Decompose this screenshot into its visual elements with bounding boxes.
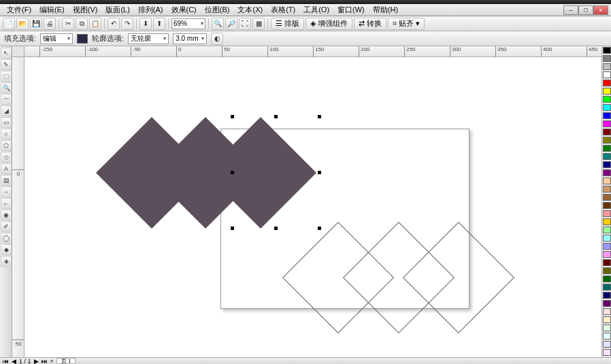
fill-color-swatch[interactable] [77,34,88,44]
interactive-fill-tool-icon[interactable]: ◈ [1,256,12,267]
page-add-icon[interactable]: + [50,358,54,365]
palette-swatch[interactable] [603,210,611,217]
palette-swatch[interactable] [603,227,611,233]
menu-file[interactable]: 文件(F) [3,3,35,16]
menu-view[interactable]: 视图(V) [69,3,102,16]
selection-handle-tc[interactable] [274,115,278,118]
canvas[interactable] [24,57,601,357]
page-nav-last-icon[interactable]: ⏭ [42,358,48,365]
palette-swatch[interactable] [603,71,611,78]
page-nav-first-icon[interactable]: ⏮ [3,358,9,365]
palette-swatch[interactable] [603,88,611,95]
palette-swatch[interactable] [603,259,611,266]
selection-handle-tl[interactable] [231,115,234,118]
palette-swatch[interactable] [603,80,611,86]
selection-handle-mr[interactable] [318,171,321,174]
palette-swatch[interactable] [603,284,611,291]
paibian-button[interactable]: ☰排版 [271,18,304,30]
palette-swatch[interactable] [603,308,611,315]
export-icon[interactable]: ⬆ [153,18,165,30]
vertical-ruler[interactable]: 0 50 [12,57,24,357]
outline-width-select[interactable]: 3.0 mm [173,33,207,44]
fullscreen-icon[interactable]: ⛶ [239,18,251,30]
palette-swatch[interactable] [603,325,611,331]
menu-help[interactable]: 帮助(H) [369,3,402,16]
menu-effects[interactable]: 效果(C) [167,3,201,16]
palette-swatch[interactable] [603,276,611,282]
import-icon[interactable]: ⬇ [139,18,152,30]
selection-handle-ml[interactable] [231,171,234,174]
dimension-tool-icon[interactable]: ↔ [1,186,12,197]
palette-swatch[interactable] [603,267,611,274]
copy-icon[interactable]: ⧉ [76,18,88,30]
paste-icon[interactable]: 📋 [89,18,101,30]
rectangle-tool-icon[interactable]: ▭ [1,117,12,128]
fill-tool-icon[interactable]: ◆ [1,244,12,255]
open-icon[interactable]: 📂 [16,18,29,30]
zengqiang-button[interactable]: ◈增强组件 [306,18,352,30]
palette-swatch[interactable] [603,120,611,127]
crop-tool-icon[interactable]: ⬚ [1,71,12,82]
save-icon[interactable]: 💾 [30,18,42,30]
page-nav-next-icon[interactable]: ▶ [34,358,39,365]
grid-icon[interactable]: ▦ [252,18,265,30]
window-close-button[interactable]: × [593,5,608,15]
outline-tool-icon[interactable]: ◯ [1,233,12,244]
polygon-tool-icon[interactable]: ⬠ [1,140,12,151]
zhuanhuan-button[interactable]: ⇄转换 [354,18,386,30]
palette-swatch[interactable] [603,243,611,250]
menu-bitmaps[interactable]: 位图(B) [201,3,234,16]
outline-color-icon[interactable]: ◐ [211,33,223,45]
palette-swatch[interactable] [603,169,611,176]
selection-handle-bc[interactable] [274,227,278,230]
palette-swatch[interactable] [603,202,611,209]
menu-edit[interactable]: 编辑(E) [35,3,69,16]
palette-swatch[interactable] [603,341,611,348]
menu-table[interactable]: 表格(T) [267,3,299,16]
palette-swatch[interactable] [603,235,611,242]
cut-icon[interactable]: ✂ [62,18,74,30]
palette-swatch[interactable] [603,104,611,111]
ellipse-tool-icon[interactable]: ○ [1,129,12,139]
page-nav-prev-icon[interactable]: ◀ [12,358,16,365]
page-tab[interactable]: 页 1 [56,358,76,364]
palette-swatch[interactable] [603,251,611,258]
text-tool-icon[interactable]: A [1,163,12,174]
window-minimize-button[interactable]: – [563,5,578,15]
palette-swatch[interactable] [603,129,611,135]
table-tool-icon[interactable]: ▤ [1,175,12,186]
selection-handle-br[interactable] [318,227,321,230]
window-maximize-button[interactable]: □ [578,5,593,15]
palette-swatch[interactable] [603,300,611,307]
palette-swatch[interactable] [603,194,611,201]
pick-tool-icon[interactable]: ↖ [1,48,12,59]
zoom-out-icon[interactable]: 🔎 [225,18,237,30]
shape-tool-icon[interactable]: ✎ [1,59,12,70]
palette-swatch[interactable] [603,333,611,340]
palette-swatch[interactable] [603,316,611,323]
zoom-in-icon[interactable]: 🔍 [212,18,224,30]
palette-swatch[interactable] [603,161,611,168]
freehand-tool-icon[interactable]: 〰 [1,94,12,105]
basic-shapes-tool-icon[interactable]: ◇ [1,152,12,163]
print-icon[interactable]: 🖨 [44,18,56,30]
eyedropper-tool-icon[interactable]: ✐ [1,221,12,232]
redo-icon[interactable]: ↷ [121,18,133,30]
palette-swatch[interactable] [603,349,611,356]
zoom-tool-icon[interactable]: 🔍 [1,82,12,93]
palette-swatch[interactable] [603,137,611,144]
connector-tool-icon[interactable]: ⌐ [1,198,12,209]
palette-swatch[interactable] [603,55,611,62]
palette-swatch[interactable] [603,186,611,193]
selection-handle-bl[interactable] [231,227,234,230]
palette-swatch[interactable] [603,153,611,160]
smartfill-tool-icon[interactable]: ◢ [1,105,12,116]
palette-swatch[interactable] [603,96,611,103]
undo-icon[interactable]: ↶ [108,18,120,30]
horizontal-ruler[interactable]: -150 -100 -50 0 50 100 150 200 250 300 3… [24,46,601,57]
palette-swatch[interactable] [603,47,611,54]
palette-swatch[interactable] [603,112,611,119]
new-icon[interactable]: 📄 [3,18,15,30]
palette-swatch[interactable] [603,178,611,184]
selection-handle-tr[interactable] [318,115,321,118]
